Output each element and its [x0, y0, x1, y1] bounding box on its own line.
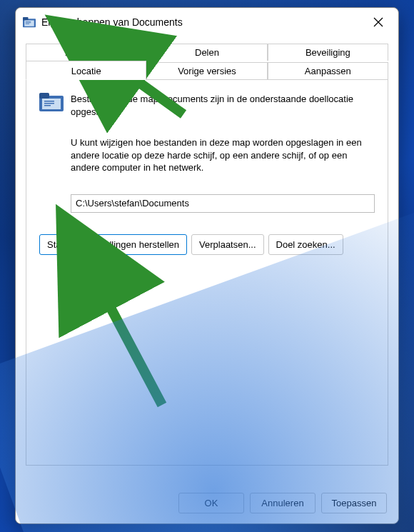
- intro-text: Bestanden in de map Documents zijn in de…: [71, 93, 375, 118]
- svg-rect-12: [44, 103, 54, 104]
- tab-customize[interactable]: Aanpassen: [268, 62, 388, 80]
- apply-button[interactable]: Toepassen: [321, 493, 387, 513]
- target-path-input[interactable]: [71, 194, 375, 213]
- tab-general[interactable]: Algemeen: [26, 44, 146, 61]
- location-tab-pane: Bestanden in de map Documents zijn in de…: [26, 80, 388, 466]
- tab-previous-versions[interactable]: Vorige versies: [146, 62, 267, 80]
- svg-rect-4: [26, 22, 31, 23]
- dialog-bottom-bar: OK Annuleren Toepassen: [16, 484, 398, 523]
- svg-rect-9: [39, 93, 49, 99]
- svg-rect-1: [23, 17, 29, 21]
- tab-general-label: Algemeen: [65, 47, 107, 58]
- window-title: Eigenschappen van Documents: [41, 16, 364, 28]
- intro-row: Bestanden in de map Documents zijn in de…: [39, 93, 375, 118]
- svg-line-15: [98, 283, 162, 405]
- folder-icon: [23, 16, 36, 29]
- tab-row-top: Algemeen Delen Beveiliging: [26, 42, 388, 61]
- close-button[interactable]: [364, 11, 393, 33]
- find-target-button[interactable]: Doel zoeken...: [268, 234, 343, 255]
- tab-previous-versions-label: Vorige versies: [178, 66, 236, 76]
- restore-default-button[interactable]: Standaardinstellingen herstellen: [39, 234, 187, 255]
- cancel-button[interactable]: Annuleren: [250, 493, 315, 513]
- tab-sharing[interactable]: Delen: [146, 44, 267, 61]
- tab-row-bottom: Locatie Vorige versies Aanpassen: [26, 61, 388, 80]
- tab-security-label: Beveiliging: [306, 47, 350, 58]
- ok-button[interactable]: OK: [178, 493, 244, 513]
- tab-location-label: Locatie: [71, 66, 101, 76]
- move-button[interactable]: Verplaatsen...: [191, 234, 264, 255]
- tab-sharing-label: Delen: [195, 47, 219, 58]
- documents-folder-icon: [39, 93, 64, 113]
- titlebar[interactable]: Eigenschappen van Documents: [16, 8, 398, 36]
- svg-rect-5: [26, 24, 29, 24]
- tab-location[interactable]: Locatie: [26, 61, 146, 80]
- tab-security[interactable]: Beveiliging: [268, 44, 388, 61]
- description-text: U kunt wijzigen hoe bestanden in deze ma…: [71, 136, 375, 174]
- tab-customize-label: Aanpassen: [305, 66, 351, 76]
- svg-rect-3: [26, 21, 31, 22]
- close-icon: [373, 17, 383, 27]
- arrow-annotation-restore-button: [69, 269, 198, 412]
- svg-rect-2: [24, 20, 34, 26]
- svg-rect-13: [44, 105, 51, 106]
- properties-dialog: Eigenschappen van Documents Algemeen Del…: [15, 7, 399, 524]
- svg-rect-11: [44, 101, 54, 102]
- location-button-row: Standaardinstellingen herstellen Verplaa…: [39, 234, 375, 255]
- tab-container: Algemeen Delen Beveiliging Locatie Vorig…: [26, 42, 388, 466]
